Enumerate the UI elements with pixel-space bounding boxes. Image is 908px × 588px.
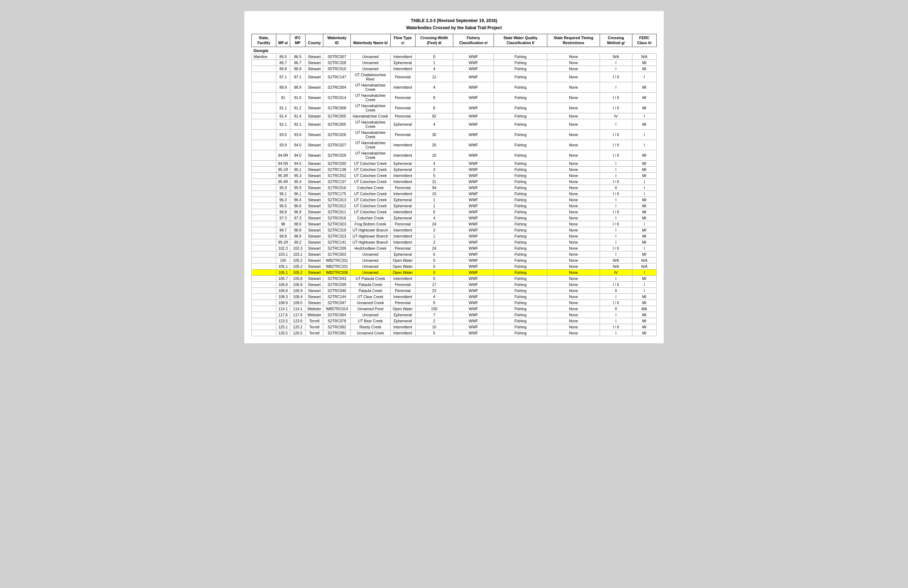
cell-facility <box>252 167 276 173</box>
cell-county: Stewart <box>306 191 323 197</box>
cell-facility <box>252 282 276 288</box>
cell-mp: 97.3 <box>276 215 290 221</box>
cell-flow-type: Open Water <box>390 258 415 264</box>
cell-facility <box>252 173 276 179</box>
cell-ferc-class: I <box>632 179 656 185</box>
cell-flow-type: Intermittent <box>390 173 415 179</box>
table-row: 94.5R94.5StewartS2TRC030UT Colochee Cree… <box>252 161 657 167</box>
cell-crossing-width: 4 <box>415 294 453 300</box>
cell-fishery: WWF <box>453 221 494 227</box>
table-row: 117.6117.6WebsterS2TRC064UnnamedEphemera… <box>252 312 657 318</box>
cell-crossing-method: I <box>600 233 632 239</box>
table-row: 9898.0StewartS2TRC023Frog Bottom CreekPe… <box>252 221 657 227</box>
cell-crossing-width: 2 <box>415 318 453 324</box>
cell-fishery: WWF <box>453 245 494 251</box>
header-county: County <box>306 34 323 47</box>
cell-mp: 103.1 <box>276 251 290 258</box>
table-row: 102.3102.3StewartS2TRC339Hodchodkee Cree… <box>252 245 657 251</box>
cell-waterbody-name: Reedy Creek <box>350 324 390 330</box>
cell-waterbody-id: S2TRC047 <box>323 300 350 306</box>
cell-county: Stewart <box>306 270 323 275</box>
cell-county: Stewart <box>306 197 323 203</box>
cell-ferc-class: N/A <box>632 264 656 270</box>
cell-ifc-mp: 96.1 <box>290 191 306 197</box>
cell-timing: None <box>547 282 600 288</box>
cell-fishery: WWF <box>453 294 494 300</box>
cell-fishery: WWF <box>453 60 494 66</box>
cell-quality: Fishing <box>494 258 547 264</box>
cell-waterbody-name: UT Hannahatchee Creek <box>350 82 390 93</box>
cell-waterbody-id: S2TRC030 <box>323 161 350 167</box>
cell-ifc-mp: 94.0 <box>290 150 306 161</box>
cell-quality: Fishing <box>494 113 547 119</box>
cell-mp: 102.3 <box>276 245 290 251</box>
cell-timing: None <box>547 203 600 209</box>
cell-crossing-width: 23 <box>415 288 453 294</box>
cell-waterbody-name: UT Colochee Creek <box>350 179 390 185</box>
table-row: 87.187.1StewartS2TRC147UT Chattahoochee … <box>252 72 657 82</box>
cell-ifc-mp: 98.0 <box>290 221 306 227</box>
cell-facility <box>252 191 276 197</box>
cell-waterbody-name: Unnamed <box>350 312 390 318</box>
cell-county: Stewart <box>306 215 323 221</box>
cell-fishery: WWF <box>453 185 494 191</box>
cell-ferc-class: MI <box>632 93 656 103</box>
cell-waterbody-name: Frog Bottom Creek <box>350 221 390 227</box>
cell-waterbody-name: UT Colochee Creek <box>350 209 390 215</box>
cell-county: Stewart <box>306 119 323 130</box>
cell-waterbody-id: S2TRC078 <box>323 318 350 324</box>
cell-crossing-method: N/A <box>600 54 632 60</box>
table-row: 88.988.9StewartS2TRC004UT Hannahatchee C… <box>252 82 657 93</box>
cell-ferc-class: MI <box>632 197 656 203</box>
cell-timing: None <box>547 221 600 227</box>
cell-crossing-method: I <box>600 318 632 324</box>
cell-flow-type: Perennial <box>390 300 415 306</box>
table-row: 91.491.4StewartS1TRC005Hannahatchee Cree… <box>252 113 657 119</box>
cell-crossing-width: 7 <box>415 312 453 318</box>
table-row: 95.1R95.1StewartS2TRC138UT Colochee Cree… <box>252 167 657 173</box>
cell-waterbody-id: S1TRC552 <box>323 173 350 179</box>
cell-timing: None <box>547 113 600 119</box>
cell-county: Stewart <box>306 294 323 300</box>
table-row: 95.995.9StewartS1TRC016Colochee CreekPer… <box>252 185 657 191</box>
cell-crossing-method: IV <box>600 113 632 119</box>
cell-waterbody-name: Colochee Creek <box>350 185 390 191</box>
cell-mp: 86.7 <box>276 60 290 66</box>
cell-quality: Fishing <box>494 288 547 294</box>
cell-fishery: WWF <box>453 197 494 203</box>
cell-ferc-class: MI <box>632 167 656 173</box>
cell-waterbody-name: UT Colochee Creek <box>350 197 390 203</box>
cell-flow-type: Intermittent <box>390 239 415 245</box>
cell-ferc-class: I <box>632 282 656 288</box>
cell-quality: Fishing <box>494 312 547 318</box>
cell-mp: 92.1 <box>276 119 290 130</box>
cell-fishery: WWF <box>453 330 494 336</box>
cell-crossing-method: I / II <box>600 324 632 330</box>
cell-ifc-mp: 92.1 <box>290 119 306 130</box>
cell-waterbody-name: UT Hannahatchee Creek <box>350 119 390 130</box>
cell-flow-type: Intermittent <box>390 275 415 282</box>
cell-mp: 125.1 <box>276 324 290 330</box>
cell-facility <box>252 185 276 191</box>
cell-fishery: WWF <box>453 324 494 330</box>
cell-crossing-method: I <box>600 330 632 336</box>
cell-timing: None <box>547 275 600 282</box>
cell-waterbody-id: S1TRC014 <box>323 93 350 103</box>
cell-county: Stewart <box>306 300 323 306</box>
cell-flow-type: Intermittent <box>390 324 415 330</box>
cell-fishery: WWF <box>453 130 494 140</box>
cell-crossing-width: 0 <box>415 258 453 264</box>
cell-waterbody-name: Hodchodkee Creek <box>350 245 390 251</box>
cell-timing: None <box>547 324 600 330</box>
cell-timing: None <box>547 60 600 66</box>
cell-timing: None <box>547 215 600 221</box>
table-row: 105.1105.2StewartWB2TRC331UnnamedOpen Wa… <box>252 264 657 270</box>
header-state-required: State Required Timing Restrictions <box>547 34 600 47</box>
cell-county: Stewart <box>306 245 323 251</box>
cell-county: Stewart <box>306 185 323 191</box>
cell-flow-type: Intermittent <box>390 294 415 300</box>
cell-flow-type: Ephemeral <box>390 60 415 66</box>
cell-timing: None <box>547 312 600 318</box>
cell-crossing-method: I <box>600 203 632 209</box>
cell-ifc-mp: 86.9 <box>290 66 306 72</box>
